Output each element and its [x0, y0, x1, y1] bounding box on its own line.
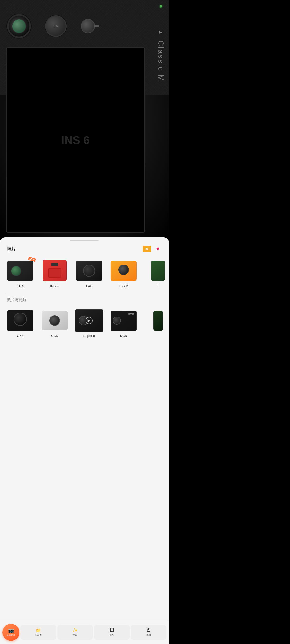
camera-icon-super8: ▶ — [75, 309, 103, 332]
beauty-icon: ✨ — [73, 628, 78, 633]
center-camera-button[interactable]: 📷 全能相机 — [3, 624, 20, 641]
cam-ccd-body — [42, 311, 68, 330]
camera-item-ccd[interactable]: CCD — [38, 307, 71, 340]
cam-super8-body: ▶ — [75, 310, 103, 332]
camera-viewfinder: INS 6 — [6, 48, 145, 233]
photo-video-section-title: 照片与视频 — [0, 294, 169, 304]
camera-label-super8: Super 8 — [83, 334, 95, 338]
camera-icon-toyk — [109, 259, 138, 282]
cam-fxs-body — [76, 261, 102, 281]
camera-item-g7x[interactable]: G7X — [4, 307, 37, 340]
cam-insg-body — [43, 260, 67, 282]
lens-icon: 🎞 — [110, 628, 114, 633]
lens-label: 镜头 — [109, 634, 114, 637]
favorites-icon: 📁 — [36, 628, 41, 633]
cam-extra-body — [153, 310, 163, 331]
lens-inner — [12, 19, 26, 33]
camera-icon-grx: NEW — [6, 259, 35, 282]
cam-toyk-body — [111, 261, 137, 281]
cam-dcr-label: DCR — [128, 313, 134, 316]
favorites-label: 收藏夹 — [35, 634, 42, 637]
camera-icon-fxs — [75, 259, 103, 282]
nav-samples-button[interactable]: 🖼 样图 — [131, 625, 167, 640]
camera-icon-insg — [41, 259, 69, 282]
heart-icon-button[interactable]: ♥ — [154, 245, 162, 253]
camera-item-insg[interactable]: INS G — [38, 257, 71, 290]
photo-section-title: 照片 — [7, 246, 16, 252]
camera-label-toyk: TOY K — [119, 284, 129, 288]
camera-background: EV ▶ Classic M INS 6 — [0, 0, 169, 238]
camera-icon-g7x — [6, 309, 35, 332]
header-icons: ✉ ♥ — [143, 245, 162, 253]
beauty-label: 美颜 — [73, 634, 78, 637]
cam-grx-body — [7, 261, 33, 281]
cam-dcr-body: DCR — [111, 310, 137, 331]
samples-label: 样图 — [146, 634, 151, 637]
camera-icon-t — [144, 259, 169, 282]
center-button-label: 全能相机 — [7, 634, 15, 637]
camera-label-grx: GRX — [17, 284, 24, 288]
photo-video-cameras-grid: G7X CCD ▶ Super 8 DCR DCR — [0, 304, 169, 342]
cam-g7x-body — [7, 310, 33, 331]
photo-section-header: 照片 ✉ ♥ — [0, 241, 169, 254]
ins6-overlay-text: INS 6 — [61, 134, 90, 147]
camera-icon-dcr: DCR — [109, 309, 138, 332]
camera-icon-ccd — [41, 309, 69, 332]
nav-lens-button[interactable]: 🎞 镜头 — [94, 625, 130, 640]
play-overlay-super8: ▶ — [86, 317, 93, 324]
nav-beauty-button[interactable]: ✨ 美颜 — [57, 625, 93, 640]
samples-icon: 🖼 — [146, 628, 151, 633]
camera-item-grx[interactable]: NEW GRX — [4, 257, 37, 290]
camera-icon-extra — [144, 309, 169, 332]
camera-label-dcr: DCR — [120, 334, 127, 338]
bottom-navigation: 📷 全能相机 📁 收藏夹 ✨ 美颜 🎞 镜头 🖼 样图 — [0, 620, 169, 644]
camera-label-fxs: FXS — [86, 284, 92, 288]
camera-lens — [7, 14, 31, 38]
camera-item-super8[interactable]: ▶ Super 8 — [73, 307, 106, 340]
nav-favorites-button[interactable]: 📁 收藏夹 — [21, 625, 56, 640]
ev-dial: EV — [45, 16, 67, 37]
camera-label-insg: INS G — [50, 284, 59, 288]
shutter-dial — [81, 19, 95, 33]
camera-item-t[interactable]: T — [141, 257, 169, 290]
camera-label-g7x: G7X — [17, 334, 24, 338]
shutter-arm — [94, 25, 99, 27]
play-button-side[interactable]: ▶ — [157, 28, 164, 36]
camera-label-t: T — [157, 284, 159, 288]
classic-m-label: Classic M — [156, 40, 165, 82]
camera-top-controls: EV — [7, 14, 162, 38]
camera-body: EV ▶ Classic M INS 6 — [0, 0, 169, 238]
camera-center-icon: 📷 — [8, 628, 14, 633]
email-icon-button[interactable]: ✉ — [143, 246, 151, 252]
camera-item-toyk[interactable]: TOY K — [107, 257, 140, 290]
photo-cameras-grid: NEW GRX INS G FXS TOY K — [0, 254, 169, 292]
cam-t-body — [151, 261, 165, 281]
camera-item-fxs[interactable]: FXS — [73, 257, 106, 290]
green-indicator-dot — [160, 5, 162, 8]
camera-item-extra[interactable] — [141, 307, 169, 340]
bottom-sheet: 照片 ✉ ♥ NEW GRX INS G — [0, 238, 169, 644]
camera-item-dcr[interactable]: DCR DCR — [107, 307, 140, 340]
section-divider — [5, 293, 164, 293]
camera-label-ccd: CCD — [51, 334, 58, 338]
